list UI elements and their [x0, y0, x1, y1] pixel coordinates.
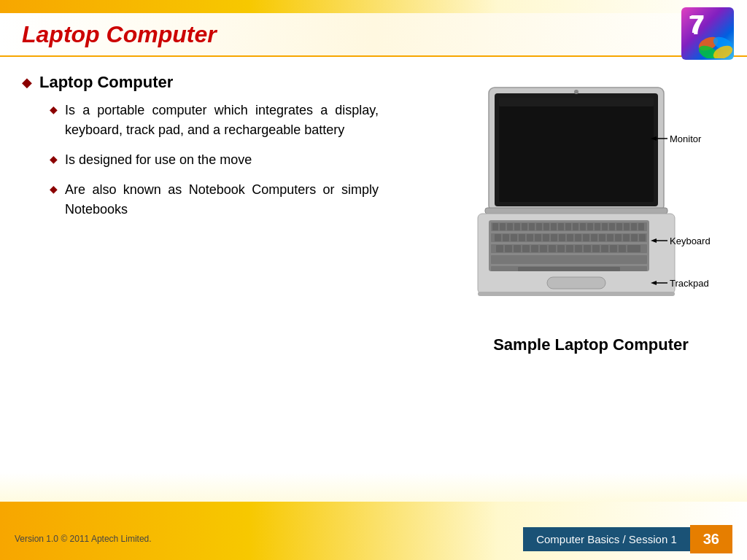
svg-rect-21 — [522, 223, 527, 230]
svg-rect-48 — [575, 234, 581, 241]
svg-rect-33 — [609, 223, 615, 230]
svg-rect-42 — [527, 234, 533, 241]
svg-rect-40 — [511, 234, 517, 241]
list-item: ◆ Is a portable computer which integrate… — [50, 101, 430, 140]
svg-rect-72 — [627, 245, 640, 252]
svg-rect-35 — [624, 223, 630, 230]
svg-rect-47 — [567, 234, 573, 241]
svg-rect-66 — [575, 245, 582, 252]
svg-rect-39 — [503, 234, 509, 241]
svg-rect-36 — [631, 223, 637, 230]
logo-wings-svg — [697, 29, 734, 58]
svg-rect-43 — [535, 234, 541, 241]
svg-rect-68 — [592, 245, 600, 252]
list-item: ◆ Is designed for use on the move — [50, 150, 430, 170]
svg-rect-28 — [573, 223, 578, 230]
sub-bullet-icon-2: ◆ — [50, 183, 58, 195]
svg-rect-29 — [580, 223, 586, 230]
text-panel: ◆ Laptop Computer ◆ Is a portable comput… — [22, 73, 445, 509]
list-item: ◆ Are also known as Notebook Computers o… — [50, 180, 430, 219]
logo-icon: 7 — [681, 7, 734, 60]
sub-bullet-text-0: Is a portable computer which integrates … — [65, 101, 379, 140]
sub-bullet-text-1: Is designed for use on the move — [65, 150, 252, 170]
footer-right: Computer Basics / Session 1 36 — [523, 525, 732, 553]
svg-rect-37 — [638, 223, 644, 230]
app-logo: 7 — [681, 7, 740, 66]
page-number: 36 — [690, 525, 732, 553]
image-caption: Sample Laptop Computer — [493, 335, 689, 354]
svg-rect-73 — [518, 267, 620, 271]
svg-rect-34 — [616, 223, 622, 230]
svg-rect-74 — [547, 277, 605, 289]
bg-top-gradient — [0, 0, 747, 13]
svg-rect-70 — [610, 245, 617, 252]
slide-title: Laptop Computer — [22, 21, 217, 48]
keyboard-label: Keyboard — [670, 236, 711, 246]
svg-rect-71 — [619, 245, 626, 252]
slide-header: Laptop Computer — [0, 13, 747, 57]
main-content: ◆ Laptop Computer ◆ Is a portable comput… — [0, 58, 747, 516]
svg-rect-57 — [496, 245, 503, 252]
svg-rect-18 — [500, 223, 506, 230]
sub-bullet-text-2: Are also known as Notebook Computers or … — [65, 180, 379, 219]
svg-rect-69 — [601, 245, 608, 252]
svg-rect-38 — [495, 234, 501, 241]
svg-rect-62 — [540, 245, 547, 252]
svg-rect-65 — [566, 245, 573, 252]
sub-bullet-icon-1: ◆ — [50, 153, 58, 165]
svg-rect-22 — [529, 223, 535, 230]
image-panel: Monitor Keyboard Trackpad Sample Laptop … — [445, 73, 737, 509]
svg-rect-41 — [519, 234, 525, 241]
svg-rect-67 — [584, 245, 591, 252]
svg-rect-51 — [599, 234, 605, 241]
trackpad-label: Trackpad — [670, 278, 709, 289]
sub-bullet-icon-0: ◆ — [50, 104, 58, 115]
svg-rect-49 — [583, 234, 589, 241]
svg-rect-52 — [607, 234, 614, 241]
svg-rect-32 — [602, 223, 608, 230]
svg-rect-44 — [543, 234, 549, 241]
svg-rect-64 — [557, 245, 565, 252]
svg-rect-17 — [492, 223, 498, 230]
svg-rect-20 — [514, 223, 520, 230]
svg-rect-31 — [595, 223, 600, 230]
svg-rect-61 — [531, 245, 538, 252]
svg-rect-24 — [543, 223, 549, 230]
svg-rect-55 — [631, 234, 638, 241]
copyright-text: Version 1.0 © 2011 Aptech Limited. — [15, 534, 152, 544]
laptop-svg: Monitor Keyboard Trackpad — [445, 80, 737, 328]
svg-rect-15 — [491, 255, 647, 264]
svg-rect-63 — [549, 245, 556, 252]
svg-rect-46 — [559, 234, 565, 241]
main-bullet-icon: ◆ — [22, 74, 32, 90]
monitor-label: Monitor — [670, 133, 702, 144]
svg-rect-26 — [558, 223, 564, 230]
svg-rect-54 — [623, 234, 630, 241]
svg-rect-27 — [565, 223, 571, 230]
svg-rect-19 — [507, 223, 513, 230]
svg-rect-30 — [587, 223, 593, 230]
svg-rect-56 — [639, 234, 646, 241]
svg-rect-75 — [478, 292, 675, 296]
svg-point-8 — [574, 90, 578, 94]
laptop-diagram: Monitor Keyboard Trackpad — [445, 80, 737, 328]
course-label: Computer Basics / Session 1 — [523, 527, 690, 551]
svg-rect-6 — [499, 98, 654, 202]
svg-rect-25 — [551, 223, 557, 230]
svg-rect-50 — [591, 234, 597, 241]
main-bullet-label: Laptop Computer — [39, 73, 173, 92]
svg-rect-23 — [536, 223, 542, 230]
sub-bullets-list: ◆ Is a portable computer which integrate… — [50, 101, 430, 219]
svg-rect-9 — [485, 208, 667, 214]
main-bullet-item: ◆ Laptop Computer — [22, 73, 430, 92]
svg-rect-45 — [551, 234, 557, 241]
svg-rect-53 — [615, 234, 622, 241]
svg-rect-60 — [522, 245, 530, 252]
svg-rect-7 — [499, 98, 654, 106]
slide-footer: Version 1.0 © 2011 Aptech Limited. Compu… — [0, 518, 747, 560]
svg-rect-58 — [505, 245, 512, 252]
svg-rect-59 — [514, 245, 521, 252]
